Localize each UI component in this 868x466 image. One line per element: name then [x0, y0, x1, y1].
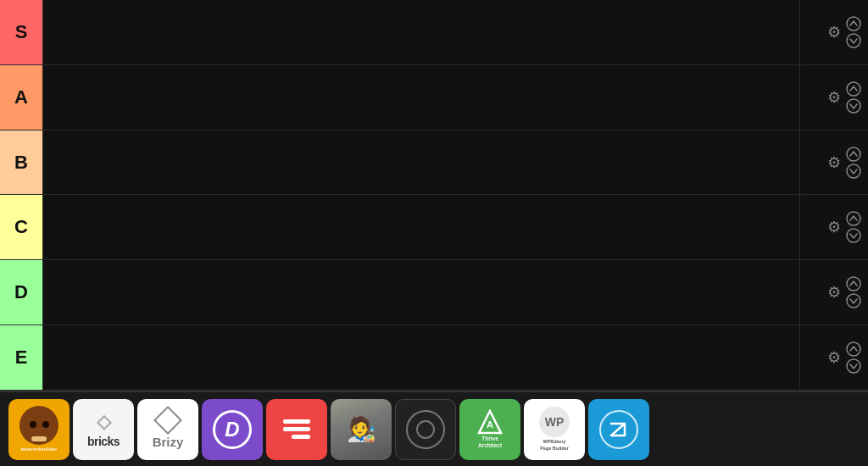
item-icon-oxygen[interactable] [395, 399, 456, 460]
tier-content-c[interactable] [42, 195, 800, 259]
svg-point-3 [847, 99, 860, 113]
tier-row-b: B⚙ [0, 130, 868, 196]
tier-down-b[interactable] [846, 164, 861, 179]
tier-gear-b[interactable]: ⚙ [827, 153, 841, 172]
tier-content-b[interactable] [42, 130, 800, 195]
tier-controls-a: ⚙ [800, 65, 868, 130]
tier-content-e[interactable] [42, 325, 800, 390]
tier-gear-e[interactable]: ⚙ [827, 348, 841, 367]
item-icon-zion[interactable] [588, 399, 649, 460]
svg-point-1 [847, 34, 860, 47]
tier-label-s: S [0, 0, 42, 64]
tier-label-e: E [0, 325, 42, 390]
tier-controls-c: ⚙ [800, 195, 868, 259]
tier-label-d: D [0, 260, 42, 325]
tier-arrows-a [846, 81, 861, 114]
svg-point-6 [847, 212, 860, 225]
svg-text:A: A [487, 419, 493, 430]
tier-row-d: D⚙ [0, 260, 868, 325]
tier-row-a: A⚙ [0, 65, 868, 130]
tier-content-s[interactable] [42, 0, 800, 64]
tier-up-c[interactable] [846, 211, 861, 226]
tier-arrows-d [846, 276, 861, 308]
tier-down-d[interactable] [846, 293, 861, 308]
item-icon-davinci[interactable]: 🧑‍🎨 [331, 399, 392, 460]
tier-up-s[interactable] [846, 16, 861, 31]
tier-down-a[interactable] [846, 98, 861, 114]
svg-point-11 [847, 359, 860, 373]
tier-gear-d[interactable]: ⚙ [827, 283, 841, 302]
item-icon-wpbakery[interactable]: WP WPBakeryPage Builder [524, 399, 585, 460]
item-icon-brizy[interactable]: Brizy [137, 399, 198, 460]
svg-point-0 [847, 17, 860, 31]
tier-up-b[interactable] [846, 147, 861, 162]
svg-point-7 [847, 229, 860, 242]
svg-point-5 [847, 164, 860, 178]
tier-gear-s[interactable]: ⚙ [827, 23, 841, 42]
item-icon-elementor[interactable] [266, 399, 327, 460]
tier-controls-b: ⚙ [800, 130, 868, 195]
tier-row-c: C⚙ [0, 195, 868, 260]
tier-label-b: B [0, 130, 42, 195]
tier-list: S⚙A⚙B⚙C⚙D⚙E⚙ [0, 0, 868, 391]
tier-gear-a[interactable]: ⚙ [827, 88, 841, 107]
svg-point-10 [847, 342, 860, 356]
tier-label-c: C [0, 195, 42, 259]
svg-point-8 [847, 277, 860, 291]
tier-down-s[interactable] [846, 33, 861, 48]
svg-point-4 [847, 147, 860, 161]
tier-controls-s: ⚙ [800, 0, 868, 64]
item-icon-beaverbuilder[interactable]: beaverbuilder [8, 399, 70, 460]
tier-down-c[interactable] [846, 228, 861, 243]
tier-up-a[interactable] [846, 81, 861, 97]
tier-up-e[interactable] [846, 341, 861, 357]
tier-row-s: S⚙ [0, 0, 868, 65]
tier-row-e: E⚙ [0, 325, 868, 391]
tier-up-d[interactable] [846, 276, 861, 291]
tier-arrows-c [846, 211, 861, 243]
tier-content-a[interactable] [42, 65, 800, 130]
tier-controls-d: ⚙ [800, 260, 868, 325]
svg-point-2 [847, 82, 860, 96]
tier-content-d[interactable] [42, 260, 800, 325]
item-icon-divi[interactable]: D [202, 399, 263, 460]
tier-down-e[interactable] [846, 358, 861, 374]
item-icon-thrive[interactable]: A ThriveArchitect [459, 399, 520, 460]
tier-arrows-s [846, 16, 861, 48]
item-icon-bricks[interactable]: ◇ bricks [73, 399, 134, 460]
tier-controls-e: ⚙ [800, 325, 868, 390]
tier-arrows-b [846, 147, 861, 179]
tier-arrows-e [846, 341, 861, 374]
tier-label-a: A [0, 65, 42, 130]
tier-gear-c[interactable]: ⚙ [827, 218, 841, 236]
items-bar: beaverbuilder ◇ bricks Brizy D [0, 391, 868, 466]
svg-point-9 [847, 294, 860, 308]
